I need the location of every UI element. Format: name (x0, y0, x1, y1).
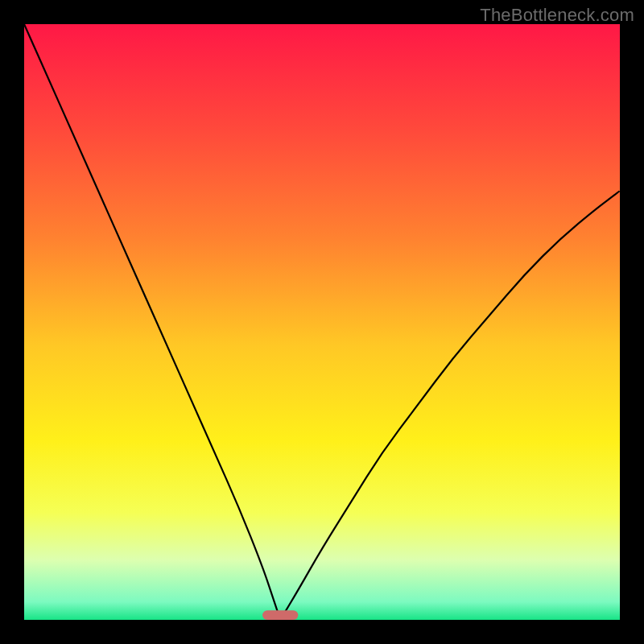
chart-frame: TheBottleneck.com (0, 0, 644, 644)
gradient-background (24, 24, 620, 620)
watermark-text: TheBottleneck.com (480, 5, 634, 26)
optimum-marker (262, 610, 298, 620)
chart-svg (24, 24, 620, 620)
plot-area (24, 24, 620, 620)
